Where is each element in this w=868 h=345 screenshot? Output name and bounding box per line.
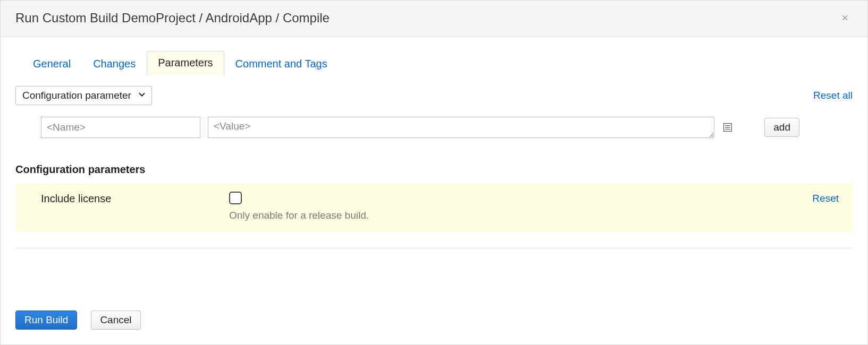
dialog-body: General Changes Parameters Comment and T… xyxy=(1,37,867,299)
cancel-button[interactable]: Cancel xyxy=(91,310,140,330)
new-param-value-input[interactable] xyxy=(208,117,714,138)
chevron-down-icon xyxy=(138,90,146,101)
tab-parameters[interactable]: Parameters xyxy=(147,51,224,76)
close-icon[interactable]: × xyxy=(837,10,853,26)
tab-bar: General Changes Parameters Comment and T… xyxy=(22,51,853,76)
include-license-checkbox[interactable] xyxy=(229,192,242,204)
reset-all-link[interactable]: Reset all xyxy=(813,90,853,101)
parameter-type-select[interactable]: Configuration parameter xyxy=(15,86,152,105)
run-build-button[interactable]: Run Build xyxy=(15,310,77,330)
tab-comment-and-tags[interactable]: Comment and Tags xyxy=(224,52,339,76)
parameter-type-value: Configuration parameter xyxy=(22,90,131,101)
param-reset-link[interactable]: Reset xyxy=(812,192,839,204)
param-description: Only enable for a release build. xyxy=(229,210,805,221)
param-value-column: Only enable for a release build. xyxy=(229,192,805,221)
add-param-button[interactable]: add xyxy=(764,118,799,137)
footer-separator xyxy=(15,248,853,248)
tab-general[interactable]: General xyxy=(22,52,82,76)
parameter-type-row: Configuration parameter Reset all xyxy=(15,86,853,105)
param-label: Include license xyxy=(41,192,222,205)
config-params-heading: Configuration parameters xyxy=(15,163,853,176)
dialog-header: Run Custom Build DemoProject / AndroidAp… xyxy=(1,1,867,37)
dialog-title: Run Custom Build DemoProject / AndroidAp… xyxy=(15,11,330,25)
new-parameter-row: add xyxy=(15,117,853,138)
run-custom-build-dialog: Run Custom Build DemoProject / AndroidAp… xyxy=(0,0,868,345)
expand-editor-icon[interactable] xyxy=(722,122,734,133)
tab-changes[interactable]: Changes xyxy=(82,52,147,76)
new-param-name-input[interactable] xyxy=(41,117,200,138)
param-row-include-license: Include license Only enable for a releas… xyxy=(15,183,853,232)
dialog-footer: Run Build Cancel xyxy=(1,299,867,344)
